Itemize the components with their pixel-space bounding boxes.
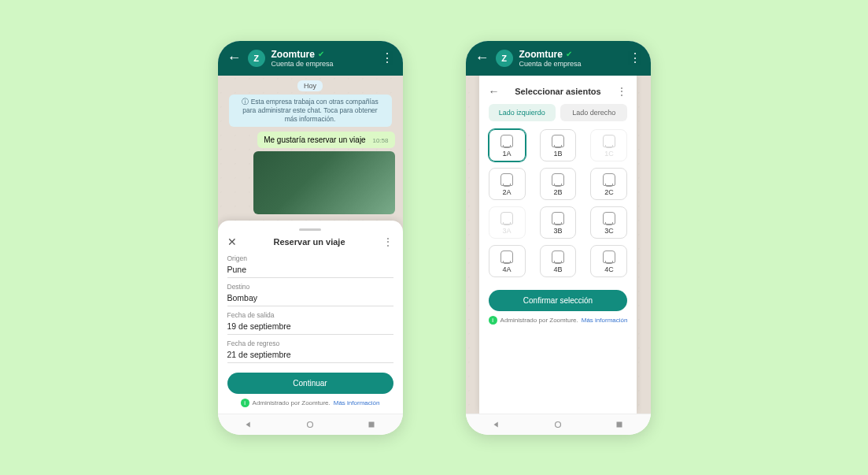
chat-title: Zoomture [271,49,315,60]
svg-point-0 [307,421,312,427]
seat-4A[interactable]: 4A [489,245,526,277]
back-arrow-icon[interactable]: ← [489,85,500,98]
info-icon: i [241,399,249,407]
more-icon[interactable]: ⋮ [381,50,393,65]
seat-3A: 3A [489,206,526,239]
chat-area: Hoy ⓘ Esta empresa trabaja con otras com… [218,76,403,414]
nav-recent-icon[interactable] [366,419,377,430]
dest-field[interactable]: Destino Bombay [227,283,393,306]
seat-icon [500,250,513,263]
side-tabs: Lado izquierdo Lado derecho [489,104,628,121]
close-icon[interactable]: ✕ [227,236,237,248]
seat-label: 4B [553,265,562,273]
chat-image[interactable] [253,151,395,214]
seat-3C[interactable]: 3C [590,206,627,239]
chat-header: ← Z Zoomture ✔ Cuenta de empresa ⋮ [218,41,403,76]
avatar[interactable]: Z [248,50,265,67]
date-pill: Hoy [297,80,323,91]
depart-field[interactable]: Fecha de salida 19 de septiembre [227,311,393,335]
back-icon[interactable]: ← [227,50,242,66]
seat-1B[interactable]: 1B [540,129,577,161]
seat-icon [500,173,513,186]
seat-label: 3C [604,227,614,235]
seat-label: 1A [503,150,512,158]
phone-seats: ← Z Zoomture ✔ Cuenta de empresa ⋮ ← Sel… [466,41,651,435]
return-label: Fecha de regreso [227,340,393,347]
seat-label: 3A [503,227,512,235]
chat-subtitle: Cuenta de empresa [271,60,375,68]
phone-booking: ← Z Zoomture ✔ Cuenta de empresa ⋮ Hoy ⓘ… [218,41,403,435]
android-nav [466,414,651,435]
more-icon[interactable]: ⋮ [629,50,641,65]
origin-label: Origen [227,254,393,262]
verified-icon: ✔ [318,50,324,58]
seat-sheet: ← Seleccionar asientos ⋮ Lado izquierdo … [479,76,637,414]
sheet-more-icon[interactable]: ⋮ [382,236,393,248]
seat-label: 2B [553,188,562,196]
svg-rect-1 [369,421,375,427]
sheet-footer: i Administrado por Zoomture. Más informa… [227,399,393,407]
seat-icon [500,135,513,147]
nav-back-icon[interactable] [243,419,254,430]
seat-label: 1C [604,150,614,158]
seat-icon [552,135,564,147]
back-icon[interactable]: ← [475,50,489,66]
svg-point-2 [555,421,560,427]
seat-1C: 1C [590,129,627,161]
depart-label: Fecha de salida [227,311,393,319]
nav-recent-icon[interactable] [614,419,625,430]
seat-2A[interactable]: 2A [489,168,526,200]
info-text: Esta empresa trabaja con otras compañías… [242,98,378,123]
origin-field[interactable]: Origen Pune [227,254,393,278]
chat-title-block[interactable]: Zoomture ✔ Cuenta de empresa [271,49,375,68]
confirm-button[interactable]: Confirmar selección [489,290,628,311]
return-field[interactable]: Fecha de regreso 21 de septiembre [227,340,393,363]
seat-icon [603,135,615,147]
seat-icon [552,173,564,186]
seat-2B[interactable]: 2B [540,168,577,200]
chat-subtitle: Cuenta de empresa [519,60,622,68]
nav-home-icon[interactable] [552,419,563,430]
footer-link[interactable]: Más información [334,399,380,406]
seat-1A[interactable]: 1A [489,129,526,161]
seat-grid: 1A1B1C2A2B2C3A3B3C4A4B4C [489,129,628,277]
origin-value: Pune [227,262,393,278]
seat-label: 3B [553,227,562,235]
sheet-footer: i Administrado por Zoomture. Más informa… [489,316,628,325]
info-pill[interactable]: ⓘ Esta empresa trabaja con otras compañí… [229,95,392,127]
tab-left[interactable]: Lado izquierdo [489,104,556,121]
return-value: 21 de septiembre [227,347,393,363]
seat-2C[interactable]: 2C [590,168,627,200]
nav-home-icon[interactable] [305,419,316,430]
nav-back-icon[interactable] [491,419,502,430]
seat-icon [552,250,564,263]
verified-icon: ✔ [566,50,572,58]
seat-icon [603,250,615,263]
seat-3B[interactable]: 3B [540,206,577,239]
tab-right[interactable]: Lado derecho [560,104,627,121]
footer-link[interactable]: Más información [582,317,628,324]
seat-icon [552,212,564,225]
android-nav [218,414,403,435]
seat-label: 2A [503,188,512,196]
seat-label: 2C [604,188,614,196]
chat-area: ← Seleccionar asientos ⋮ Lado izquierdo … [466,76,651,414]
avatar[interactable]: Z [496,50,513,67]
continue-button[interactable]: Continuar [227,373,393,394]
seat-icon [500,212,513,225]
sheet-more-icon[interactable]: ⋮ [616,85,627,98]
seat-icon [603,212,615,225]
chat-title-block[interactable]: Zoomture ✔ Cuenta de empresa [519,49,622,68]
msg-time: 10:58 [372,137,388,144]
sheet-title: Reservar un viaje [237,237,382,247]
svg-rect-3 [617,421,622,427]
seat-icon [603,173,615,186]
seat-4B[interactable]: 4B [540,245,577,277]
depart-value: 19 de septiembre [227,319,393,335]
sheet-handle[interactable] [299,228,321,231]
dest-value: Bombay [227,291,393,306]
seat-label: 1B [553,150,562,158]
outgoing-message[interactable]: Me gustaría reservar un viaje 10:58 [257,132,394,148]
seat-4C[interactable]: 4C [590,245,627,277]
booking-sheet: ✕ Reservar un viaje ⋮ Origen Pune Destin… [218,221,403,414]
